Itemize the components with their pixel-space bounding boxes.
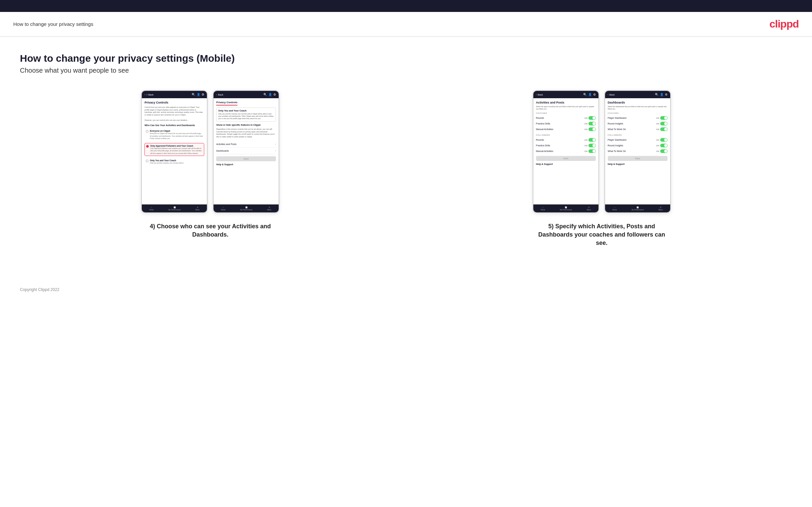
screen3-back[interactable]: ‹ Back [536, 94, 543, 96]
main-content: How to change your privacy settings (Mob… [0, 37, 812, 281]
screen3-coaches-manual-label: Manual Activities [536, 128, 553, 130]
screen4-nav-home[interactable]: ⌂ Home [612, 206, 617, 211]
radio-followers[interactable] [146, 145, 149, 148]
screen2-back[interactable]: ‹ Back [216, 94, 223, 96]
screen1-option-everyone[interactable]: Everyone on Clippd Everyone on Clippd ca… [145, 128, 204, 141]
screen1-back-label: < Back [146, 94, 154, 96]
screen3-header-icons: 🔍 👤 ⚙ [583, 93, 596, 96]
screen1-nav-perf-label: My Performance [168, 209, 181, 211]
screen1-back[interactable]: ‹ < Back [145, 94, 153, 96]
screen3-coaches-manual-toggle[interactable] [589, 127, 596, 131]
footer: Copyright Clippd 2022 [0, 281, 812, 299]
screen2-activities-row[interactable]: Activities and Posts › [216, 141, 276, 148]
screen4-followers-insights-toggle[interactable] [660, 144, 667, 147]
screen1-nav-home[interactable]: ⌂ Home [149, 206, 153, 211]
screen1-option-everyone-label: Everyone on Clippd [150, 130, 203, 132]
screen3-followers-drills-label: Practice Drills [536, 144, 550, 147]
screen4-coaches-insights-toggle[interactable] [660, 122, 667, 125]
screen4-nav-menu[interactable]: ☰ Menu [659, 206, 663, 211]
screen2-nav-performance[interactable]: 📈 My Performance [240, 206, 252, 211]
screen1-nav-menu[interactable]: ☰ Menu [195, 206, 200, 211]
settings-icon-2[interactable]: ⚙ [273, 93, 276, 96]
screen1-option-coach-desc: Only you and the coaches you connect wit… [150, 162, 184, 164]
screen3-nav-menu-label: Menu [587, 209, 591, 211]
screen1-bottom-nav: ⌂ Home 📈 My Performance ☰ Menu [142, 205, 207, 212]
screen4-help: Help & Support [608, 163, 667, 165]
screen4-title: Dashboards [608, 101, 667, 104]
caption-right: 5) Specify which Activities, Posts and D… [536, 222, 668, 247]
screen3-followers-manual-toggle[interactable] [589, 149, 596, 153]
screen3-back-label: Back [538, 94, 543, 96]
screen4-followers-workon: What To Work On ON [608, 148, 667, 154]
screen4-nav-perf-label: My Performance [632, 209, 644, 211]
logo: clippd [769, 18, 799, 30]
screen1-option-coach[interactable]: Only You and Your Coach Only you and the… [145, 158, 204, 166]
screen4-followers-insights: Round Insights ON [608, 143, 667, 148]
screen2-section-title: Show or hide specific features in Clippd [216, 124, 276, 126]
screen1-header-icons: 🔍 👤 ⚙ [192, 93, 204, 96]
screen1-body: Privacy Controls Control how you and you… [142, 98, 207, 205]
settings-icon-3[interactable]: ⚙ [593, 93, 596, 96]
radio-coach[interactable] [146, 160, 148, 162]
screen4-coaches-workon-toggle[interactable] [660, 127, 667, 131]
screen3-followers-rounds: Rounds ON [536, 137, 596, 143]
settings-icon-4[interactable]: ⚙ [665, 93, 667, 96]
screen1-desc: Control how you and your data appears to… [145, 106, 204, 116]
search-icon-3[interactable]: 🔍 [583, 93, 587, 96]
profile-icon-3[interactable]: 👤 [588, 93, 592, 96]
screen1-nav-performance[interactable]: 📈 My Performance [168, 206, 181, 211]
screen3-nav-menu[interactable]: ☰ Menu [587, 206, 591, 211]
screen3-coaches-rounds-toggle[interactable] [589, 116, 596, 120]
screen4-back[interactable]: ‹ Back [608, 94, 615, 96]
screen4-header: ‹ Back 🔍 👤 ⚙ [605, 91, 670, 98]
screen4-followers-workon-label: What To Work On [608, 150, 626, 152]
screen2-tab[interactable]: Privacy Controls [216, 101, 238, 106]
screen3-followers-drills-toggle[interactable] [589, 144, 596, 147]
profile-icon-4[interactable]: 👤 [660, 93, 664, 96]
profile-icon-2[interactable]: 👤 [268, 93, 272, 96]
search-icon-2[interactable]: 🔍 [263, 93, 267, 96]
screen1-nav-menu-label: Menu [195, 209, 200, 211]
screen4-desc: Select the dashboards that you'd like to… [608, 106, 667, 110]
search-icon[interactable]: 🔍 [192, 93, 195, 96]
screen2-nav-home[interactable]: ⌂ Home [221, 206, 225, 211]
profile-icon[interactable]: 👤 [197, 93, 200, 96]
screen3-nav-performance[interactable]: 📈 My Performance [560, 206, 572, 211]
screen3-coaches-manual: Manual Activities ON [536, 126, 596, 132]
screen4-followers-player: Player Dashboard ON [608, 137, 667, 143]
screen3-nav-home[interactable]: ⌂ Home [541, 206, 545, 211]
caption-left: 4) Choose who can see your Activities an… [144, 222, 276, 239]
screen2-dashboards-row[interactable]: Dashboards › [216, 148, 276, 154]
screen1-option-everyone-desc: Everyone on Clippd can search for you an… [150, 132, 203, 139]
screen3-bottom-nav: ⌂ Home 📈 My Performance ☰ Menu [534, 205, 599, 212]
copyright: Copyright Clippd 2022 [20, 287, 59, 292]
screen4-coaches-player: Player Dashboard ON [608, 115, 667, 121]
screen4-followers-player-toggle[interactable] [660, 138, 667, 142]
screen4-followers-label: FOLLOWERS [608, 134, 667, 136]
screen3-coaches-drills-toggle[interactable] [589, 122, 596, 125]
screen4-nav-performance[interactable]: 📈 My Performance [632, 206, 644, 211]
screen4-coaches-player-toggle[interactable] [660, 116, 667, 120]
screen-1-mockup: ‹ < Back 🔍 👤 ⚙ Privacy Controls Control … [141, 90, 208, 213]
screen3-followers-label: FOLLOWERS [536, 134, 596, 136]
screen2-activities-chevron: › [275, 143, 276, 146]
screen1-header: ‹ < Back 🔍 👤 ⚙ [142, 91, 207, 98]
screen2-save[interactable]: Save [216, 156, 276, 161]
screen4-nav-home-label: Home [612, 209, 617, 211]
screen4-save[interactable]: Save [608, 156, 667, 161]
screen1-section: Who Can See Your Activities and Dashboar… [145, 124, 204, 126]
radio-everyone[interactable] [146, 130, 148, 133]
screen2-nav-menu[interactable]: ☰ Menu [267, 206, 271, 211]
screen4-bottom-nav: ⌂ Home 📈 My Performance ☰ Menu [605, 205, 670, 212]
screen4-coaches-insights-label: Round Insights [608, 122, 623, 125]
screen4-followers-workon-toggle[interactable] [660, 149, 667, 153]
search-icon-4[interactable]: 🔍 [655, 93, 659, 96]
screen1-desc2: However, you can control who can see you… [145, 119, 204, 122]
right-screenshot-group: ‹ Back 🔍 👤 ⚙ Activities and Posts Select… [411, 90, 793, 247]
screen2-dashboards-chevron: › [275, 149, 276, 152]
screen3-nav-perf-label: My Performance [560, 209, 572, 211]
settings-icon[interactable]: ⚙ [202, 93, 204, 96]
screen3-followers-rounds-toggle[interactable] [589, 138, 596, 142]
screen1-option-followers[interactable]: Only Approved Followers and Your Coach O… [145, 143, 204, 156]
screen3-save[interactable]: Save [536, 156, 596, 161]
